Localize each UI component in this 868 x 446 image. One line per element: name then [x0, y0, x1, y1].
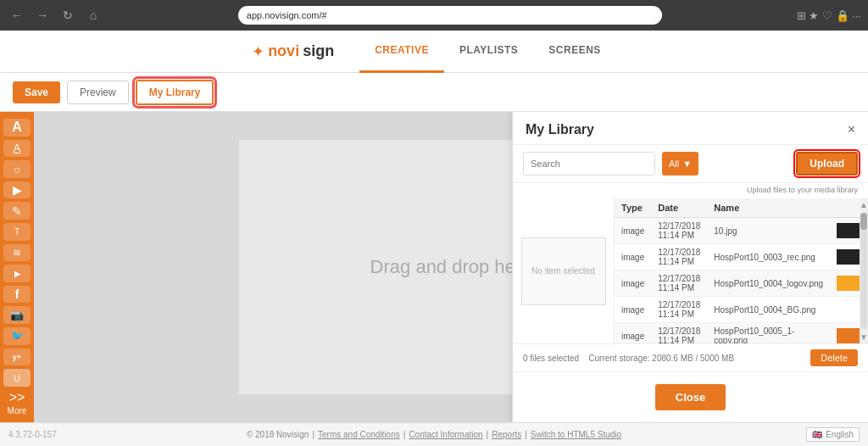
table-row[interactable]: image 12/17/2018 11:14 PM HospPort10_000…	[615, 270, 860, 297]
browser-icons: ⊞ ★ ♡ 🔒 ···	[797, 9, 861, 22]
cell-date: 12/17/2018 11:14 PM	[651, 297, 707, 323]
sidebar-icon-shape[interactable]: ○	[3, 160, 31, 178]
home-button[interactable]: ⌂	[83, 5, 103, 25]
file-table: Type Date Name image 12/17/2018 11:14 PM…	[615, 198, 860, 343]
sidebar-icon-draw[interactable]: ✎	[3, 202, 31, 220]
nav-tabs: CREATIVE PLAYLISTS SCREENS	[359, 31, 616, 73]
cell-type: image	[615, 297, 651, 323]
table-row[interactable]: image 12/17/2018 11:14 PM 10.jpg	[615, 218, 860, 244]
col-type: Type	[615, 198, 651, 218]
cell-name: HospPort10_0004_BG.png	[707, 297, 830, 323]
main-wrapper: A A ○ ▶ ✎ T ≋ ▶ f 📷 🐦 y+ U >> More Drag …	[0, 112, 868, 422]
filter-chevron-icon: ▼	[682, 159, 692, 169]
library-panel: My Library × All ▼ Upload Upload files t…	[512, 112, 868, 422]
browser-chrome: ← → ↻ ⌂ app.novisign.com/# ⊞ ★ ♡ 🔒 ···	[0, 0, 868, 31]
sidebar-icon-youtube[interactable]: ▶	[3, 265, 31, 282]
more-label: More	[8, 406, 27, 415]
my-library-button[interactable]: My Library	[136, 80, 214, 105]
sidebar-icon-text-effect[interactable]: A	[3, 140, 31, 158]
footer-copyright: © 2018 Novisign	[247, 430, 309, 439]
preview-box: No item selected	[521, 237, 606, 305]
left-sidebar: A A ○ ▶ ✎ T ≋ ▶ f 📷 🐦 y+ U >> More	[0, 112, 34, 422]
col-name: Name	[707, 198, 830, 218]
library-search-input[interactable]	[523, 152, 655, 176]
sidebar-icon-unknown[interactable]: U	[3, 369, 31, 387]
footer-terms[interactable]: Terms and Conditions	[318, 430, 400, 439]
preview-pane: No item selected	[513, 198, 615, 343]
flag-icon: 🇬🇧	[812, 430, 822, 439]
language-label: English	[826, 430, 854, 439]
nav-tab-playlists[interactable]: PLAYLISTS	[444, 31, 533, 73]
scroll-thumb[interactable]	[860, 213, 867, 230]
forward-button[interactable]: →	[32, 5, 53, 25]
sidebar-icon-video[interactable]: ▶	[3, 181, 31, 199]
cell-name: HospPort10_0005_1-copy.png	[707, 323, 830, 344]
sidebar-icon-twitter[interactable]: 🐦	[3, 327, 31, 345]
library-toolbar: All ▼ Upload	[513, 145, 868, 183]
sidebar-icon-instagram[interactable]: 📷	[3, 306, 31, 324]
cell-date: 12/17/2018 11:14 PM	[651, 244, 707, 270]
close-section: Close	[513, 371, 868, 422]
scroll-track	[860, 213, 867, 329]
footer-html5-switch[interactable]: Switch to HTML5 Studio	[531, 430, 621, 439]
table-row[interactable]: image 12/17/2018 11:14 PM HospPort10_000…	[615, 323, 860, 344]
cell-thumb	[830, 218, 860, 244]
col-date: Date	[651, 198, 707, 218]
cell-type: image	[615, 244, 651, 270]
cell-thumb	[830, 270, 860, 297]
close-library-button[interactable]: Close	[655, 384, 726, 410]
footer-version: 4.3.72-0-157	[8, 430, 57, 439]
table-row[interactable]: image 12/17/2018 11:14 PM HospPort10_000…	[615, 244, 860, 270]
cell-date: 12/17/2018 11:14 PM	[651, 323, 707, 344]
cell-type: image	[615, 218, 651, 244]
cell-type: image	[615, 323, 651, 344]
more-chevron-icon: >>	[9, 390, 25, 405]
cell-thumb	[830, 244, 860, 270]
preview-text: No item selected	[531, 266, 594, 276]
logo-icon: ✦	[252, 42, 264, 61]
scroll-down-button[interactable]: ▼	[858, 331, 868, 343]
footer-contact[interactable]: Contact Information	[409, 430, 482, 439]
library-title: My Library	[526, 122, 594, 137]
app-header: ✦ novisign CREATIVE PLAYLISTS SCREENS	[0, 31, 868, 73]
sidebar-more[interactable]: >> More	[8, 390, 27, 415]
cell-thumb	[830, 323, 860, 344]
library-header: My Library ×	[513, 112, 868, 145]
sidebar-icon-rss[interactable]: ≋	[3, 244, 31, 262]
library-close-button[interactable]: ×	[848, 122, 855, 137]
library-footer: 0 files selected Current storage: 2080.6…	[513, 343, 868, 371]
nav-tab-creative[interactable]: CREATIVE	[359, 31, 444, 73]
upload-hint: Upload files to your media library	[747, 186, 858, 194]
cell-date: 12/17/2018 11:14 PM	[651, 218, 707, 244]
col-thumb	[830, 198, 860, 218]
upload-button[interactable]: Upload	[796, 152, 858, 176]
preview-button[interactable]: Preview	[67, 81, 129, 104]
filter-value: All	[669, 159, 679, 169]
delete-button[interactable]: Delete	[810, 349, 858, 366]
cell-name: HospPort10_0004_logov.png	[707, 270, 830, 297]
table-row[interactable]: image 12/17/2018 11:14 PM HospPort10_000…	[615, 297, 860, 323]
sidebar-icon-text[interactable]: A	[3, 119, 31, 137]
logo-text: novi	[268, 42, 299, 60]
app-footer: 4.3.72-0-157 © 2018 Novisign | Terms and…	[0, 422, 868, 446]
save-button[interactable]: Save	[13, 81, 60, 103]
file-list[interactable]: Type Date Name image 12/17/2018 11:14 PM…	[615, 198, 860, 343]
refresh-button[interactable]: ↻	[58, 5, 78, 25]
toolbar: Save Preview My Library	[0, 73, 868, 112]
sidebar-icon-ticker[interactable]: T	[3, 223, 31, 241]
cell-type: image	[615, 270, 651, 297]
nav-tab-screens[interactable]: SCREENS	[533, 31, 616, 73]
sidebar-icon-facebook[interactable]: f	[3, 286, 31, 304]
scrollbar[interactable]: ▲ ▼	[860, 198, 868, 343]
cell-name: HospPort10_0003_rec.png	[707, 244, 830, 270]
library-filter-select[interactable]: All ▼	[662, 152, 698, 176]
footer-language[interactable]: 🇬🇧 English	[806, 427, 860, 442]
address-bar[interactable]: app.novisign.com/#	[238, 6, 662, 25]
footer-reports[interactable]: Reports	[492, 430, 521, 439]
sidebar-icon-yammer[interactable]: y+	[3, 348, 31, 366]
cell-date: 12/17/2018 11:14 PM	[651, 270, 707, 297]
drag-drop-text: Drag and drop here	[370, 256, 532, 278]
files-selected: 0 files selected Current storage: 2080.6…	[523, 354, 734, 363]
back-button[interactable]: ←	[7, 5, 27, 25]
library-content: No item selected Type Date Name	[513, 198, 868, 343]
